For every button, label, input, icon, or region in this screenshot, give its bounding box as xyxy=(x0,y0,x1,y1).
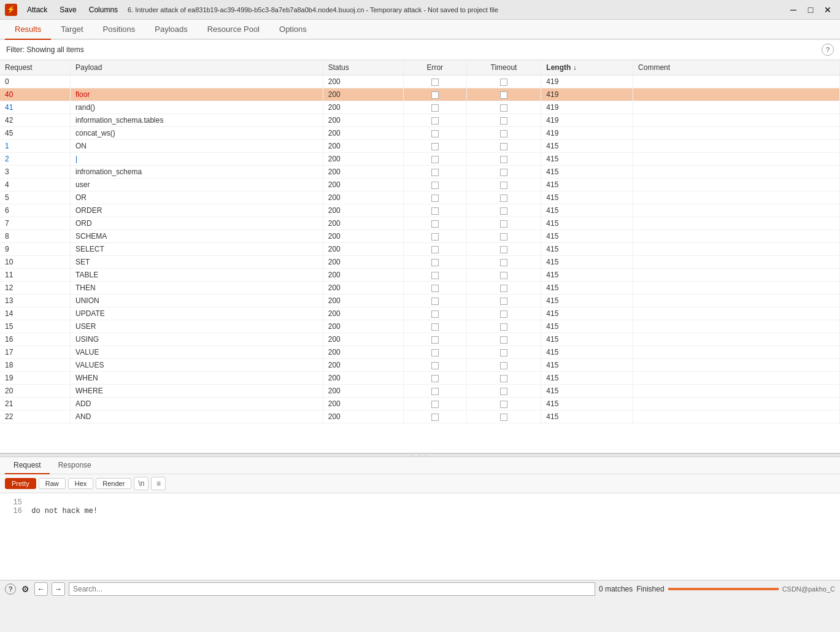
timeout-checkbox[interactable] xyxy=(500,272,507,279)
col-payload[interactable]: Payload xyxy=(71,60,323,75)
tab-request[interactable]: Request xyxy=(5,457,50,474)
table-row[interactable]: 2 | 200 415 xyxy=(0,153,840,166)
table-row[interactable]: 42 information_schema.tables 200 419 xyxy=(0,114,840,127)
error-checkbox[interactable] xyxy=(431,285,439,292)
timeout-checkbox[interactable] xyxy=(500,130,507,137)
table-row[interactable]: 5 OR 200 415 xyxy=(0,191,840,204)
timeout-checkbox[interactable] xyxy=(500,336,507,344)
menu-columns[interactable]: Columns xyxy=(84,4,123,15)
col-request[interactable]: Request xyxy=(0,60,71,75)
error-checkbox[interactable] xyxy=(431,130,439,137)
timeout-checkbox[interactable] xyxy=(500,233,507,241)
timeout-checkbox[interactable] xyxy=(500,182,507,189)
timeout-checkbox[interactable] xyxy=(500,91,507,99)
table-row[interactable]: 45 concat_ws() 200 419 xyxy=(0,127,840,140)
timeout-checkbox[interactable] xyxy=(500,117,507,125)
col-length[interactable]: Length ↓ xyxy=(541,60,633,75)
btn-render[interactable]: Render xyxy=(96,478,131,489)
table-row[interactable]: 13 UNION 200 415 xyxy=(0,295,840,307)
btn-hex[interactable]: Hex xyxy=(68,478,94,489)
timeout-checkbox[interactable] xyxy=(500,156,507,163)
table-row[interactable]: 22 AND 200 415 xyxy=(0,410,840,423)
error-checkbox[interactable] xyxy=(431,169,439,176)
error-checkbox[interactable] xyxy=(431,117,439,125)
table-row[interactable]: 40 floor 200 419 xyxy=(0,88,840,101)
tab-options[interactable]: Options xyxy=(269,20,317,40)
status-gear-button[interactable]: ⚙ xyxy=(20,584,31,595)
timeout-checkbox[interactable] xyxy=(500,375,507,382)
error-checkbox[interactable] xyxy=(431,349,439,356)
error-checkbox[interactable] xyxy=(431,79,439,86)
table-row[interactable]: 14 UPDATE 200 415 xyxy=(0,307,840,320)
table-row[interactable]: 18 VALUES 200 415 xyxy=(0,359,840,372)
error-checkbox[interactable] xyxy=(431,195,439,202)
table-wrapper[interactable]: Request Payload Status Error Timeout Len… xyxy=(0,60,840,453)
table-row[interactable]: 4 user 200 415 xyxy=(0,179,840,191)
error-checkbox[interactable] xyxy=(431,375,439,382)
table-row[interactable]: 11 TABLE 200 415 xyxy=(0,269,840,282)
error-checkbox[interactable] xyxy=(431,156,439,163)
table-row[interactable]: 6 ORDER 200 415 xyxy=(0,204,840,217)
timeout-checkbox[interactable] xyxy=(500,207,507,215)
timeout-checkbox[interactable] xyxy=(500,104,507,112)
timeout-checkbox[interactable] xyxy=(500,388,507,395)
col-status[interactable]: Status xyxy=(323,60,403,75)
table-row[interactable]: 15 USER 200 415 xyxy=(0,320,840,333)
error-checkbox[interactable] xyxy=(431,298,439,305)
error-checkbox[interactable] xyxy=(431,143,439,150)
btn-pretty[interactable]: Pretty xyxy=(5,478,36,489)
timeout-checkbox[interactable] xyxy=(500,246,507,253)
timeout-checkbox[interactable] xyxy=(500,195,507,202)
tab-positions[interactable]: Positions xyxy=(93,20,145,40)
btn-raw[interactable]: Raw xyxy=(39,478,66,489)
error-checkbox[interactable] xyxy=(431,336,439,344)
timeout-checkbox[interactable] xyxy=(500,401,507,408)
menu-attack[interactable]: Attack xyxy=(22,4,52,15)
timeout-checkbox[interactable] xyxy=(500,169,507,176)
table-row[interactable]: 1 ON 200 415 xyxy=(0,140,840,153)
error-checkbox[interactable] xyxy=(431,182,439,189)
timeout-checkbox[interactable] xyxy=(500,259,507,266)
error-checkbox[interactable] xyxy=(431,220,439,228)
timeout-checkbox[interactable] xyxy=(500,310,507,318)
search-input[interactable] xyxy=(69,582,595,596)
nav-back-button[interactable]: ← xyxy=(34,582,48,596)
table-row[interactable]: 7 ORD 200 415 xyxy=(0,217,840,230)
table-row[interactable]: 17 VALUE 200 415 xyxy=(0,346,840,359)
error-checkbox[interactable] xyxy=(431,91,439,99)
table-row[interactable]: 19 WHEN 200 415 xyxy=(0,372,840,385)
timeout-checkbox[interactable] xyxy=(500,143,507,150)
error-checkbox[interactable] xyxy=(431,272,439,279)
col-comment[interactable]: Comment xyxy=(633,60,840,75)
col-error[interactable]: Error xyxy=(403,60,466,75)
minimize-button[interactable]: ─ xyxy=(786,4,801,16)
table-row[interactable]: 9 SELECT 200 415 xyxy=(0,243,840,256)
table-row[interactable]: 20 WHERE 200 415 xyxy=(0,385,840,398)
error-checkbox[interactable] xyxy=(431,388,439,395)
timeout-checkbox[interactable] xyxy=(500,79,507,86)
error-checkbox[interactable] xyxy=(431,323,439,331)
btn-newline[interactable]: \n xyxy=(134,477,148,490)
table-row[interactable]: 3 infromation_schema 200 415 xyxy=(0,166,840,179)
table-row[interactable]: 41 rand() 200 419 xyxy=(0,101,840,114)
table-row[interactable]: 10 SET 200 415 xyxy=(0,256,840,269)
filter-help-button[interactable]: ? xyxy=(822,44,834,56)
timeout-checkbox[interactable] xyxy=(500,414,507,421)
error-checkbox[interactable] xyxy=(431,246,439,253)
menu-save[interactable]: Save xyxy=(55,4,81,15)
status-help-button[interactable]: ? xyxy=(5,584,16,595)
table-row[interactable]: 16 USING 200 415 xyxy=(0,333,840,346)
table-row[interactable]: 0 200 419 xyxy=(0,75,840,88)
maximize-button[interactable]: □ xyxy=(803,4,818,16)
error-checkbox[interactable] xyxy=(431,310,439,318)
error-checkbox[interactable] xyxy=(431,362,439,369)
timeout-checkbox[interactable] xyxy=(500,298,507,305)
close-button[interactable]: ✕ xyxy=(820,4,835,16)
tab-results[interactable]: Results xyxy=(5,20,51,40)
error-checkbox[interactable] xyxy=(431,233,439,241)
error-checkbox[interactable] xyxy=(431,104,439,112)
col-timeout[interactable]: Timeout xyxy=(466,60,541,75)
error-checkbox[interactable] xyxy=(431,401,439,408)
error-checkbox[interactable] xyxy=(431,259,439,266)
timeout-checkbox[interactable] xyxy=(500,220,507,228)
